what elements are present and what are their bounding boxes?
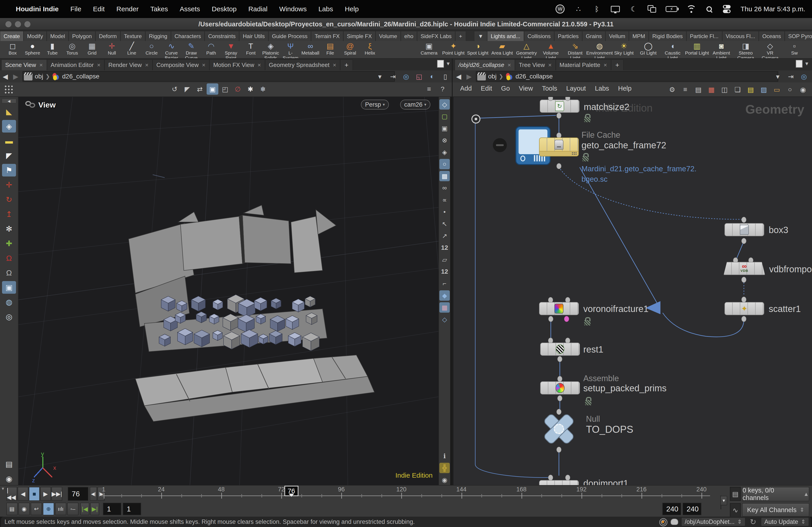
menu-assets[interactable]: Assets: [180, 5, 200, 13]
pull-icon[interactable]: ↥: [2, 208, 16, 221]
network-editor-canvas[interactable]: Indie Edition Geometry ↻ matchsize2: [453, 97, 812, 485]
node-output-dot[interactable]: [556, 163, 562, 169]
net-menu-go[interactable]: Go: [501, 85, 510, 92]
scene-path-field[interactable]: obj ❯ d26_collapse: [23, 71, 395, 81]
eye-icon[interactable]: ◉: [439, 475, 450, 485]
tool-line[interactable]: ╱Line: [122, 41, 142, 59]
follow-target-icon[interactable]: ◎: [799, 72, 809, 81]
undo-scrub-icon[interactable]: ↩: [31, 503, 42, 515]
translate-icon[interactable]: ✛: [2, 179, 16, 191]
tab-animation-editor[interactable]: Animation Editor✕: [47, 60, 105, 70]
node-setup-packed-prims[interactable]: [540, 381, 580, 394]
shelf-tab-volume[interactable]: Volume: [376, 31, 401, 41]
tool-spray-paint[interactable]: ▼Spray Paint: [221, 41, 241, 59]
battery-icon[interactable]: ⚡: [666, 6, 677, 12]
nav-forward-icon[interactable]: ▶: [466, 73, 474, 80]
ruler-ticks-icon[interactable]: ıılı: [55, 503, 66, 515]
pane-menu-caret-icon[interactable]: ▼: [446, 61, 451, 67]
light-off-icon[interactable]: ⊗: [439, 135, 450, 146]
dop-network-selector[interactable]: /obj/AutoDopNet...⇕: [681, 517, 745, 526]
node-dopimport1[interactable]: [539, 480, 579, 485]
pane-maximize-icon[interactable]: [796, 60, 802, 67]
view-pan-icon[interactable]: ⇄: [194, 84, 206, 95]
pose-icon[interactable]: ✻: [2, 223, 16, 235]
tools-icon[interactable]: ⚙: [666, 84, 678, 95]
view-link-icon[interactable]: [25, 101, 36, 109]
point-numbers-icon[interactable]: 12: [439, 243, 450, 253]
info-icon[interactable]: ℹ: [439, 451, 450, 461]
tool-tube[interactable]: ▮Tube: [42, 41, 62, 59]
point-markers-icon[interactable]: ↗: [439, 230, 450, 241]
prim-numbers-icon[interactable]: 12: [439, 267, 450, 277]
paint-scatter-icon[interactable]: ◣: [2, 105, 16, 118]
show-handles-icon[interactable]: ▣: [207, 84, 218, 95]
shelf-tab-sidefx-labs[interactable]: SideFX Labs: [417, 31, 455, 41]
tool-point-light[interactable]: ✦Point Light: [441, 41, 466, 59]
layout-icon[interactable]: ❏: [732, 84, 743, 95]
toolbar-collapse-icon[interactable]: ◀: [2, 99, 16, 103]
tool-sphere[interactable]: ●Sphere: [23, 41, 42, 59]
net-menu-view[interactable]: View: [519, 85, 533, 92]
shelf-tab-texture[interactable]: Texture: [120, 31, 145, 41]
pane-splitter[interactable]: [452, 59, 453, 485]
find-icon[interactable]: ○: [784, 84, 796, 95]
node-output-dot[interactable]: [741, 238, 746, 244]
shelf-tab-rigging[interactable]: Rigging: [145, 31, 171, 41]
range-end-field[interactable]: 240: [662, 503, 681, 515]
connection-target-icon[interactable]: [472, 115, 480, 123]
range-end-sub-field[interactable]: 240: [683, 503, 701, 515]
select-cursor-icon[interactable]: ◤: [2, 149, 16, 162]
channel-list-icon[interactable]: ▤: [730, 487, 741, 501]
new-tab-button[interactable]: +: [340, 60, 353, 70]
tool-null[interactable]: ✛Null: [102, 41, 122, 59]
export-box-icon[interactable]: ▭: [771, 84, 783, 95]
shelf-tab-guide-process[interactable]: Guide Process: [269, 31, 311, 41]
tool-portal-light[interactable]: ▥Portal Light: [685, 41, 709, 59]
pane-maximize-icon[interactable]: [437, 60, 444, 67]
tab-render-view[interactable]: Render View✕: [104, 60, 153, 70]
render-region-icon[interactable]: ◍: [2, 296, 16, 308]
close-icon[interactable]: ✕: [202, 62, 206, 68]
tab-obj-d26-collapse[interactable]: /obj/d26_collapse✕: [455, 60, 515, 70]
simulation-signal-icon[interactable]: [658, 518, 667, 526]
quad-view-icon[interactable]: ╬: [439, 463, 450, 473]
node-voronoifracture1[interactable]: [539, 302, 579, 315]
smooth-wire-icon[interactable]: ∝: [439, 195, 450, 205]
menu-windows[interactable]: Windows: [279, 5, 307, 13]
path-root[interactable]: obj: [488, 73, 496, 80]
shelf-tab-sop-pyro-fx[interactable]: SOP Pyro FX: [785, 31, 812, 41]
close-icon[interactable]: ✕: [97, 62, 101, 68]
node-vdbfrompolygons[interactable]: ∞VDB: [724, 262, 765, 275]
node-output-dot[interactable]: [557, 356, 562, 362]
light-diamond-icon[interactable]: ◈: [439, 147, 450, 157]
keys-info-button[interactable]: 0 keys, 0/0 channels▲: [742, 487, 809, 501]
tool-helix[interactable]: ξHelix: [360, 41, 380, 59]
autokey-caret-button[interactable]: ▼: [721, 496, 727, 506]
shelf-tab-characters[interactable]: Characters: [171, 31, 205, 41]
node-box3[interactable]: [724, 223, 764, 236]
close-icon[interactable]: ✕: [145, 62, 149, 68]
shelf-tab-mpm[interactable]: MPM: [629, 31, 649, 41]
node-label[interactable]: setup_packed_prims: [583, 383, 667, 393]
tool-path[interactable]: ◠Path: [201, 41, 221, 59]
tool-caustic-light[interactable]: ◖Caustic Light: [661, 41, 685, 59]
close-icon[interactable]: ✕: [333, 62, 336, 68]
secure-selection-icon[interactable]: ⚑: [2, 164, 16, 177]
tab-material-palette[interactable]: Material Palette✕: [556, 60, 611, 70]
projection-selector[interactable]: Persp▾: [361, 100, 389, 109]
shelf-tab-create[interactable]: Create: [0, 31, 24, 41]
node-output-dot-secondary[interactable]: [564, 316, 569, 322]
zoom-lens-icon[interactable]: ◎: [2, 311, 16, 323]
node-matchsize2[interactable]: ↻: [540, 100, 579, 113]
box-display-icon[interactable]: ▬: [2, 135, 16, 147]
shelf-tab-vellum[interactable]: Vellum: [605, 31, 629, 41]
tool-platonic-solids[interactable]: ◈Platonic Solids: [261, 41, 280, 59]
tab-scene-view[interactable]: Scene View✕: [1, 60, 47, 70]
node-label[interactable]: geto_cache_frame72: [581, 140, 666, 150]
tab-motion-fx-view[interactable]: Motion FX View✕: [209, 60, 265, 70]
tool-file[interactable]: ▤File: [320, 41, 340, 59]
node-input-dot[interactable]: [741, 217, 746, 223]
range-start-sub-field[interactable]: 1: [123, 503, 141, 515]
path-node[interactable]: d26_collapse: [516, 73, 553, 80]
select-mode-icon[interactable]: ◤: [182, 84, 193, 95]
